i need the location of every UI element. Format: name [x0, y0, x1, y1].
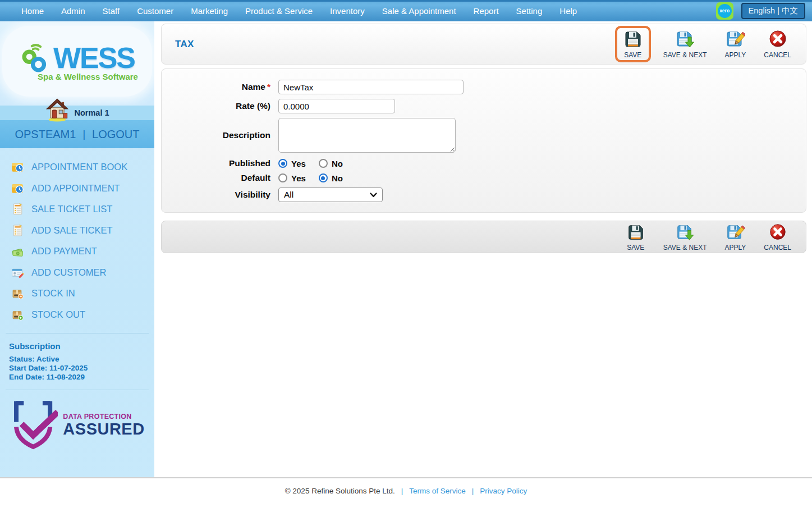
- rate-input[interactable]: [278, 99, 395, 113]
- default-yes-label: Yes: [291, 173, 306, 183]
- add-customer-icon: [11, 266, 24, 279]
- sidebar-item-label: ADD APPOINTMENT: [31, 183, 120, 194]
- apply-icon: [725, 29, 745, 49]
- add-appointment-icon: [11, 182, 24, 195]
- sidebar-item-label: STOCK IN: [31, 288, 75, 299]
- top-toolbar: SAVE SAVE & NEXT: [615, 26, 797, 62]
- save-next-button[interactable]: SAVE & NEXT: [658, 26, 713, 62]
- default-label: Default: [162, 173, 270, 183]
- username-link[interactable]: OPSTEAM1: [15, 128, 76, 141]
- cancel-button[interactable]: CANCEL: [758, 26, 797, 62]
- save-next-icon: [676, 223, 695, 242]
- visibility-select[interactable]: All: [278, 188, 383, 202]
- user-separator: |: [82, 129, 85, 140]
- published-no-radio[interactable]: [319, 159, 328, 168]
- nav-sale-appointment[interactable]: Sale & Appointment: [382, 0, 456, 21]
- sidebar-item-add-sale-ticket[interactable]: ADD SALE TICKET: [0, 220, 154, 241]
- nav-customer[interactable]: Customer: [137, 0, 173, 21]
- apply-button[interactable]: APPLY: [719, 26, 752, 62]
- cancel-label: CANCEL: [764, 244, 791, 252]
- name-label: Name*: [162, 82, 270, 92]
- name-input[interactable]: [278, 80, 464, 94]
- logo-title: WESS: [53, 43, 135, 72]
- subscription-end-date: End Date: 11-08-2029: [9, 373, 145, 382]
- save-next-label: SAVE & NEXT: [663, 244, 707, 252]
- bottom-toolbar-panel: SAVE SAVE & NEXT: [161, 221, 806, 253]
- sidebar-item-stock-in[interactable]: STOCK IN: [0, 283, 154, 304]
- logo-tagline: Spa & Wellness Software: [38, 72, 138, 81]
- outlet-name: Normal 1: [74, 108, 109, 117]
- apply-label: APPLY: [725, 51, 746, 59]
- save-next-label: SAVE & NEXT: [663, 51, 707, 59]
- nav-report[interactable]: Report: [474, 0, 499, 21]
- language-toggle-button[interactable]: English | 中文: [741, 3, 805, 19]
- xero-label: xero: [718, 4, 732, 18]
- main-content: TAX SAVE: [161, 24, 806, 253]
- nav-inventory[interactable]: Inventory: [330, 0, 365, 21]
- appointment-book-icon: [11, 161, 24, 173]
- bottom-toolbar: SAVE SAVE & NEXT: [621, 220, 797, 255]
- nav-staff[interactable]: Staff: [103, 0, 120, 21]
- sidebar-item-add-appointment[interactable]: ADD APPOINTMENT: [0, 178, 154, 199]
- sidebar-divider: [6, 333, 149, 333]
- cancel-label: CANCEL: [764, 51, 791, 59]
- wess-app: Home Admin Staff Customer Marketing Prod…: [0, 0, 812, 512]
- subscription-status: Status: Active: [9, 355, 145, 364]
- badge-line2: ASSURED: [63, 420, 144, 437]
- default-no-label: No: [332, 173, 343, 183]
- sidebar-item-label: ADD PAYMENT: [31, 246, 97, 257]
- outlet-selector[interactable]: Normal 1: [0, 106, 154, 120]
- nav-product-service[interactable]: Product & Service: [245, 0, 313, 21]
- house-icon: [45, 97, 70, 122]
- logo-area: WESS Spa & Wellness Software: [0, 21, 154, 106]
- save-label: SAVE: [624, 51, 641, 59]
- wess-logo-icon: [20, 42, 52, 74]
- sidebar-item-stock-out[interactable]: STOCK OUT: [0, 304, 154, 326]
- save-next-icon: [675, 29, 695, 49]
- terms-of-service-link[interactable]: Terms of Service: [409, 487, 466, 495]
- published-yes-radio[interactable]: [278, 159, 287, 168]
- save-button-bottom[interactable]: SAVE: [621, 220, 651, 255]
- nav-setting[interactable]: Setting: [516, 0, 543, 21]
- required-asterisk: *: [267, 82, 270, 92]
- published-label: Published: [162, 158, 270, 168]
- user-band: OPSTEAM1 | LOGOUT: [0, 120, 154, 148]
- sidebar-item-label: APPOINTMENT BOOK: [31, 162, 127, 172]
- top-nav: Home Admin Staff Customer Marketing Prod…: [0, 0, 812, 21]
- apply-label: APPLY: [725, 244, 746, 252]
- sidebar-item-add-payment[interactable]: ADD PAYMENT: [0, 241, 154, 262]
- cancel-icon: [768, 223, 787, 242]
- save-label: SAVE: [627, 244, 644, 252]
- subscription-title: Subscription: [9, 341, 145, 351]
- save-next-button-bottom[interactable]: SAVE & NEXT: [658, 220, 713, 255]
- tax-form: Name* Rate (%) Description Published: [161, 68, 806, 213]
- cancel-button-bottom[interactable]: CANCEL: [758, 220, 797, 255]
- apply-button-bottom[interactable]: APPLY: [719, 220, 752, 255]
- description-label: Description: [162, 130, 270, 140]
- shield-check-icon: [10, 399, 58, 451]
- privacy-policy-link[interactable]: Privacy Policy: [480, 487, 527, 495]
- nav-home[interactable]: Home: [21, 0, 44, 21]
- footer-separator: |: [401, 487, 403, 495]
- sidebar-item-appointment-book[interactable]: APPOINTMENT BOOK: [0, 157, 154, 178]
- sidebar-item-sale-ticket-list[interactable]: SALE TICKET LIST: [0, 199, 154, 220]
- footer: © 2025 Refine Solutions Pte Ltd. | Terms…: [0, 477, 812, 512]
- published-yes-label: Yes: [291, 159, 306, 168]
- subscription-start-date: Start Date: 11-07-2025: [9, 364, 145, 373]
- sidebar-item-add-customer[interactable]: ADD CUSTOMER: [0, 262, 154, 284]
- footer-separator: |: [472, 487, 474, 495]
- nav-admin[interactable]: Admin: [61, 0, 85, 21]
- nav-help[interactable]: Help: [559, 0, 577, 21]
- default-yes-radio[interactable]: [278, 173, 287, 182]
- page-title: TAX: [175, 39, 194, 50]
- logo-cloud: WESS Spa & Wellness Software: [2, 26, 152, 97]
- main-menu: Home Admin Staff Customer Marketing Prod…: [0, 0, 577, 21]
- save-button[interactable]: SAVE: [615, 26, 651, 62]
- xero-icon[interactable]: xero: [716, 2, 733, 20]
- nav-marketing[interactable]: Marketing: [191, 0, 228, 21]
- logout-link[interactable]: LOGOUT: [92, 128, 139, 141]
- description-textarea[interactable]: [278, 118, 456, 153]
- page-header: TAX SAVE: [161, 24, 806, 65]
- nav-right: xero English | 中文: [716, 2, 812, 20]
- default-no-radio[interactable]: [319, 173, 328, 182]
